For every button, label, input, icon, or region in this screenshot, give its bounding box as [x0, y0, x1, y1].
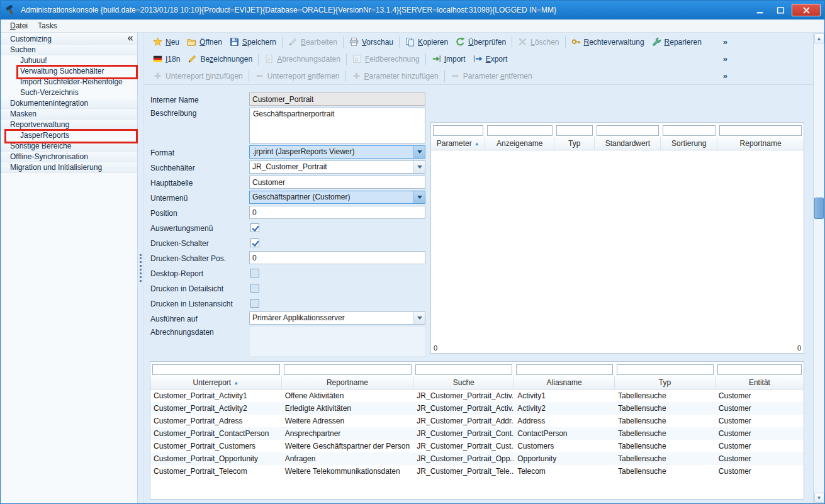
- parameter-column-parameter[interactable]: Parameter▲: [431, 137, 485, 150]
- combo-format[interactable]: .jrprint (JasperReports Viewer): [249, 145, 425, 159]
- minimize-icon: [755, 6, 765, 15]
- chevron-down-icon[interactable]: [413, 191, 425, 203]
- combo-untermenu[interactable]: Geschäftspartner (Customer): [249, 191, 425, 204]
- subreport-table-row[interactable]: Customer_Portrait_CustomersWeitere Gesch…: [150, 440, 804, 452]
- subreport-filter-suche[interactable]: [415, 364, 512, 375]
- uberprufen-button[interactable]: Überprüfen: [452, 35, 510, 48]
- table-cell: Telecom: [514, 467, 615, 476]
- sidebar-item-sonstige-bereiche[interactable]: Sonstige Bereiche: [1, 141, 137, 152]
- sidebar-item-offline-synchronisation[interactable]: Offline-Synchronisation: [1, 152, 137, 162]
- collapse-sidebar-icon[interactable]: [126, 35, 133, 42]
- subreport-table-row[interactable]: Customer_Portrait_Activity2Erledigte Akt…: [150, 402, 804, 415]
- checkbox-drucken-in-listenansicht[interactable]: [250, 299, 259, 308]
- subreport-column-unterreport[interactable]: Unterreport▲: [150, 376, 282, 389]
- column-header-label: Standardwert: [605, 139, 650, 148]
- sidebar-item-verwaltung-suchbehalter[interactable]: Verwaltung Suchbehälter: [1, 66, 137, 77]
- scroll-down-icon[interactable]: ▼: [814, 493, 824, 503]
- input-drucken-schalter-pos[interactable]: [249, 251, 425, 264]
- chevron-down-icon[interactable]: [413, 312, 425, 324]
- vertical-scrollbar[interactable]: ▲ ▼: [813, 33, 824, 503]
- minimize-button[interactable]: [750, 4, 769, 16]
- column-header-label: Sortierung: [671, 139, 706, 148]
- combo-ausfuhren-auf[interactable]: Primärer Applikationsserver: [249, 311, 425, 325]
- subreport-column-suche[interactable]: Suche: [413, 376, 514, 389]
- bezeichnungen-button[interactable]: Bezeichnungen: [184, 52, 256, 65]
- parameter-filter-sortierung[interactable]: [663, 125, 716, 136]
- subreport-table-row[interactable]: Customer_Portrait_TelecomWeitere Telekom…: [150, 465, 804, 478]
- subreport-filter-entitat[interactable]: [717, 364, 802, 375]
- import-button[interactable]: Import: [428, 52, 469, 65]
- table-cell: Activity2: [514, 404, 615, 413]
- parameter-filter-standardwert[interactable]: [597, 125, 659, 136]
- offnen-button[interactable]: Öffnen: [183, 35, 226, 48]
- splitter-handle[interactable]: [138, 33, 144, 503]
- parameter-count-right: 0: [797, 344, 801, 352]
- reparieren-button[interactable]: Reparieren: [648, 35, 705, 48]
- sidebar-item-migration-und-initialisierung[interactable]: Migration und Initialisierung: [1, 162, 137, 173]
- input-interner-name[interactable]: [249, 92, 425, 106]
- subreport-table-row[interactable]: Customer_Portrait_ContactPersonAnsprechp…: [150, 427, 804, 440]
- subreport-filter-aliasname[interactable]: [516, 364, 613, 375]
- close-button[interactable]: [792, 4, 821, 16]
- chevron-down-icon[interactable]: [413, 146, 425, 158]
- sidebar-item-jasperreports[interactable]: JasperReports: [1, 130, 137, 141]
- toolbar-overflow-button[interactable]: »: [720, 71, 731, 81]
- menu-tasks[interactable]: Tasks: [33, 20, 62, 31]
- combo-suchbehalter[interactable]: JR_Customer_Portrait: [249, 160, 425, 174]
- scroll-up-icon[interactable]: ▲: [814, 33, 824, 43]
- textarea-beschreibung[interactable]: Geschäftspartnerportrait: [249, 108, 425, 143]
- sidebar-item-reportverwaltung[interactable]: Reportverwaltung: [1, 120, 137, 130]
- export-button[interactable]: Export: [469, 52, 512, 65]
- input-position[interactable]: [249, 206, 425, 219]
- sidebar-item-such-verzeichnis[interactable]: Such-Verzeichnis: [1, 87, 137, 98]
- sidebar-item-suchen[interactable]: Suchen: [1, 45, 137, 55]
- toolbar-overflow-button[interactable]: »: [720, 37, 731, 47]
- subreport-table-row[interactable]: Customer_Portrait_OpportunityAnfragenJR_…: [150, 452, 804, 465]
- kopieren-button[interactable]: Kopieren: [401, 35, 452, 48]
- subreport-table-body: Customer_Portrait_Activity1Offene Aktivi…: [150, 389, 804, 499]
- subreport-filter-unterreport[interactable]: [152, 364, 280, 375]
- subreport-filter-typ[interactable]: [617, 364, 714, 375]
- vorschau-button[interactable]: Vorschau: [345, 35, 397, 48]
- checkbox-drucken-schalter[interactable]: [250, 238, 259, 247]
- column-header-label: Typ: [659, 378, 671, 387]
- subreport-filter-reportname[interactable]: [284, 364, 412, 375]
- table-cell: Address: [514, 417, 615, 425]
- sidebar-item-dokumentenintegration[interactable]: Dokumentenintegration: [1, 98, 137, 109]
- subreport-table-row[interactable]: Customer_Portrait_AdressWeitere Adressen…: [150, 415, 804, 427]
- maximize-button[interactable]: [771, 4, 790, 16]
- checkbox-auswertungsmenu[interactable]: [250, 223, 259, 232]
- neu-button[interactable]: Neu: [149, 35, 183, 48]
- table-cell: Customer_Portrait_Activity2: [150, 404, 282, 413]
- sidebar-item-masken[interactable]: Masken: [1, 109, 137, 120]
- subreport-column-typ[interactable]: Typ: [615, 376, 716, 389]
- parameter-filter-typ[interactable]: [556, 125, 593, 136]
- sidebar-item-customizing[interactable]: Customizing: [1, 34, 137, 45]
- scrollbar-thumb[interactable]: [814, 198, 824, 219]
- rechteverwaltung-button[interactable]: Rechteverwaltung: [568, 35, 648, 48]
- parameter-column-sortierung[interactable]: Sortierung: [661, 137, 717, 150]
- checkbox-desktop-report[interactable]: [250, 269, 259, 277]
- parameter-column-anzeigename[interactable]: Anzeigename: [485, 137, 554, 150]
- parameter-column-reportname[interactable]: Reportname: [717, 137, 804, 150]
- sidebar-item-import-suchfelder-reihenfolge[interactable]: Import Suchfelder-Reihenfolge: [1, 77, 137, 87]
- labels-icon: [188, 54, 197, 64]
- toolbar-overflow-button[interactable]: »: [720, 54, 731, 64]
- menu-datei[interactable]: Datei: [5, 20, 33, 31]
- speichern-button[interactable]: Speichern: [226, 35, 280, 48]
- chevron-down-icon[interactable]: [413, 161, 425, 173]
- table-cell: Ansprechpartner: [282, 429, 414, 438]
- sidebar-item-juhuuu[interactable]: Juhuuu!: [1, 55, 137, 66]
- checkbox-drucken-in-detailsicht[interactable]: [250, 284, 259, 293]
- subreport-column-reportname[interactable]: Reportname: [282, 376, 414, 389]
- parameter-filter-reportname[interactable]: [719, 125, 802, 136]
- parameter-column-typ[interactable]: Typ: [554, 137, 595, 150]
- parameter-column-standardwert[interactable]: Standardwert: [595, 137, 661, 150]
- parameter-filter-anzeigename[interactable]: [487, 125, 553, 136]
- subreport-column-aliasname[interactable]: Aliasname: [514, 376, 615, 389]
- parameter-filter-parameter[interactable]: [433, 125, 483, 136]
- i18n-button[interactable]: I18n: [149, 52, 184, 65]
- subreport-column-entitat[interactable]: Entität: [716, 376, 804, 389]
- input-haupttabelle[interactable]: [249, 176, 425, 189]
- subreport-table-row[interactable]: Customer_Portrait_Activity1Offene Aktivi…: [150, 389, 804, 402]
